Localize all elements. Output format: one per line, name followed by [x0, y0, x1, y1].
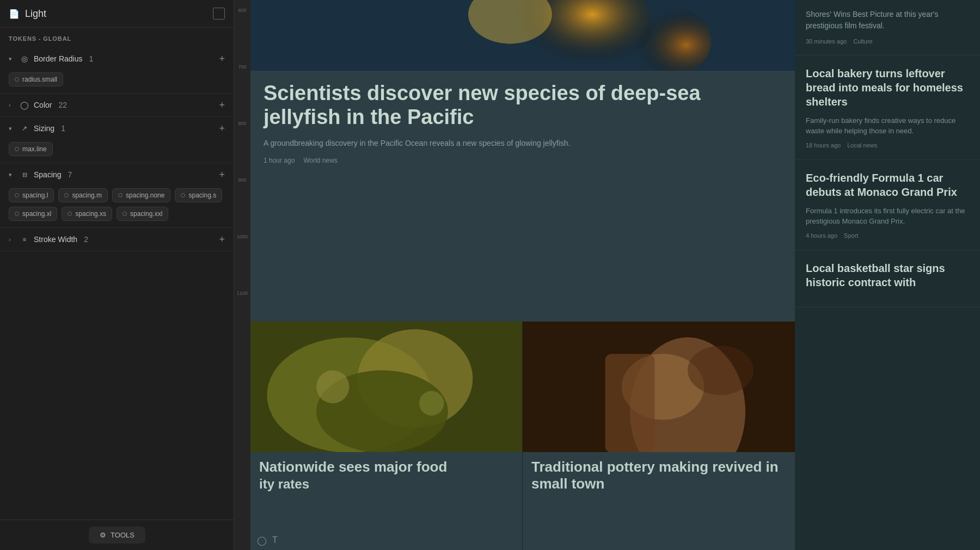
bakery-title: Local bakery turns leftover bread into m… — [806, 66, 969, 109]
ruler-tick-1100: 1100 — [237, 291, 248, 296]
top-right-category: Culture — [853, 37, 872, 46]
add-sizing-icon[interactable]: + — [219, 123, 225, 133]
center-panel: Scientists discover new species of deep-… — [250, 0, 795, 550]
food-card: Nationwide sees major food ity rates ◯ T — [250, 322, 523, 551]
group-left: ▾ ↗ Sizing 1 — [9, 124, 65, 133]
bakery-time: 18 hours ago — [806, 142, 841, 149]
jellyfish-background — [250, 0, 795, 71]
chevron-down-icon: ▾ — [9, 55, 15, 63]
formula1-time: 4 hours ago — [806, 232, 837, 239]
token-group-border-radius: ▾ ◎ Border Radius 1 + radius.small — [0, 47, 234, 94]
formula1-summary: Formula 1 introduces its first fully ele… — [806, 206, 969, 227]
spacing-icon: ⊟ — [20, 171, 29, 178]
pottery-card-text: Traditional pottery making revived in sm… — [523, 452, 795, 499]
header-left: 📄 Light — [9, 8, 46, 20]
color-label: Color — [34, 101, 52, 109]
bottom-grid: Nationwide sees major food ity rates ◯ T — [250, 322, 795, 551]
add-spacing-icon[interactable]: + — [219, 170, 225, 180]
ruler-tick-800: 800 — [238, 121, 246, 126]
group-left: › ◯ Color 22 — [9, 101, 67, 109]
tools-button[interactable]: ⚙ TOOLS — [89, 527, 145, 543]
bakery-summary: Family-run bakery finds creative ways to… — [806, 115, 969, 137]
color-icon: ◯ — [20, 101, 29, 109]
header-square[interactable] — [213, 8, 225, 20]
right-article-formula1: Eco-friendly Formula 1 car debuts at Mon… — [795, 160, 980, 250]
color-count: 22 — [58, 101, 67, 109]
sizing-count: 1 — [61, 124, 65, 133]
bakery-meta: 18 hours ago Local news — [806, 142, 969, 149]
token-dot — [68, 212, 72, 216]
right-article-bakery: Local bakery turns leftover bread into m… — [795, 55, 980, 160]
token-group-color: › ◯ Color 22 + — [0, 94, 234, 117]
spacing-m-label: spacing.m — [72, 191, 102, 199]
main-article-time: 1 hour ago — [264, 157, 295, 164]
spacing-label: Spacing — [34, 170, 62, 179]
bakery-category: Local news — [847, 142, 877, 149]
spacing-xl-chip[interactable]: spacing.xl — [9, 207, 57, 221]
spacing-xxl-chip[interactable]: spacing.xxl — [117, 207, 168, 221]
token-dot — [118, 193, 122, 197]
group-left: › ≡ Stroke Width 2 — [9, 235, 88, 244]
right-panel: Shores' Wins Best Picture at this year's… — [795, 0, 980, 550]
spacing-none-label: spacing.none — [126, 191, 164, 199]
spacing-items: spacing.l spacing.m spacing.none spacing… — [0, 186, 234, 227]
spacing-xxl-label: spacing.xxl — [130, 210, 162, 218]
spacing-xl-label: spacing.xl — [22, 210, 51, 218]
token-dot — [64, 193, 69, 197]
text-icon: T — [272, 535, 278, 546]
formula1-meta: 4 hours ago Sport — [806, 232, 969, 239]
tools-bar: ⚙ TOOLS — [0, 520, 234, 550]
main-article-category: World news — [303, 157, 337, 164]
spacing-l-label: spacing.l — [22, 191, 48, 199]
food-card-title: Nationwide sees major food — [259, 459, 447, 475]
spacing-count: 7 — [68, 170, 72, 179]
pottery-card-title: Traditional pottery making revived in sm… — [531, 459, 779, 492]
sizing-group-header[interactable]: ▾ ↗ Sizing 1 + — [0, 117, 234, 140]
radius-small-chip[interactable]: radius.small — [9, 72, 63, 86]
svg-point-14 — [688, 345, 754, 395]
add-color-icon[interactable]: + — [219, 100, 225, 110]
spacing-s-label: spacing.s — [188, 191, 216, 199]
ruler-tick-700: 700 — [238, 64, 246, 70]
basketball-title: Local basketball star signs historic con… — [806, 261, 969, 289]
file-icon: 📄 — [9, 9, 20, 19]
token-group-stroke-width: › ≡ Stroke Width 2 + — [0, 228, 234, 251]
spacing-xs-chip[interactable]: spacing.xs — [62, 207, 112, 221]
spacing-m-chip[interactable]: spacing.m — [58, 188, 108, 202]
main-article: Scientists discover new species of deep-… — [250, 71, 795, 322]
sizing-label: Sizing — [34, 124, 54, 133]
main-article-title: Scientists discover new species of deep-… — [264, 82, 782, 129]
tokens-global-label: TOKENS - GLOBAL — [0, 28, 234, 47]
tools-icon: ⚙ — [100, 531, 106, 539]
top-right-text: Shores' Wins Best Picture at this year's… — [806, 9, 969, 32]
spacing-group-header[interactable]: ▾ ⊟ Spacing 7 + — [0, 163, 234, 186]
right-article-basketball: Local basketball star signs historic con… — [795, 250, 980, 307]
sizing-items: max.line — [0, 140, 234, 163]
spacing-none-chip[interactable]: spacing.none — [112, 188, 170, 202]
spacing-xs-label: spacing.xs — [75, 210, 106, 218]
color-group-header[interactable]: › ◯ Color 22 + — [0, 94, 234, 116]
formula1-title: Eco-friendly Formula 1 car debuts at Mon… — [806, 171, 969, 199]
stroke-width-group-header[interactable]: › ≡ Stroke Width 2 + — [0, 228, 234, 251]
group-left: ▾ ⊟ Spacing 7 — [9, 170, 72, 179]
top-right-time: 30 minutes ago — [806, 37, 847, 46]
border-radius-group-header[interactable]: ▾ ◎ Border Radius 1 + — [0, 47, 234, 70]
add-stroke-width-icon[interactable]: + — [219, 234, 225, 244]
border-radius-count: 1 — [89, 54, 94, 63]
radius-small-label: radius.small — [22, 76, 57, 83]
max-line-label: max.line — [22, 145, 47, 153]
left-panel: 📄 Light TOKENS - GLOBAL ▾ ◎ Border Radiu… — [0, 0, 234, 550]
svg-point-8 — [316, 370, 349, 403]
circle-icon: ◯ — [257, 535, 267, 546]
add-border-radius-icon[interactable]: + — [219, 54, 225, 64]
ruler: 600 700 800 900 1000 1100 — [234, 0, 250, 550]
token-dot — [122, 212, 127, 216]
pottery-card: Traditional pottery making revived in sm… — [523, 322, 795, 551]
max-line-chip[interactable]: max.line — [9, 142, 53, 156]
token-dot — [15, 193, 19, 197]
group-left: ▾ ◎ Border Radius 1 — [9, 54, 93, 63]
stroke-width-label: Stroke Width — [34, 235, 77, 244]
spacing-l-chip[interactable]: spacing.l — [9, 188, 54, 202]
spacing-s-chip[interactable]: spacing.s — [175, 188, 222, 202]
main-article-summary: A groundbreaking discovery in the Pacifi… — [264, 138, 782, 149]
